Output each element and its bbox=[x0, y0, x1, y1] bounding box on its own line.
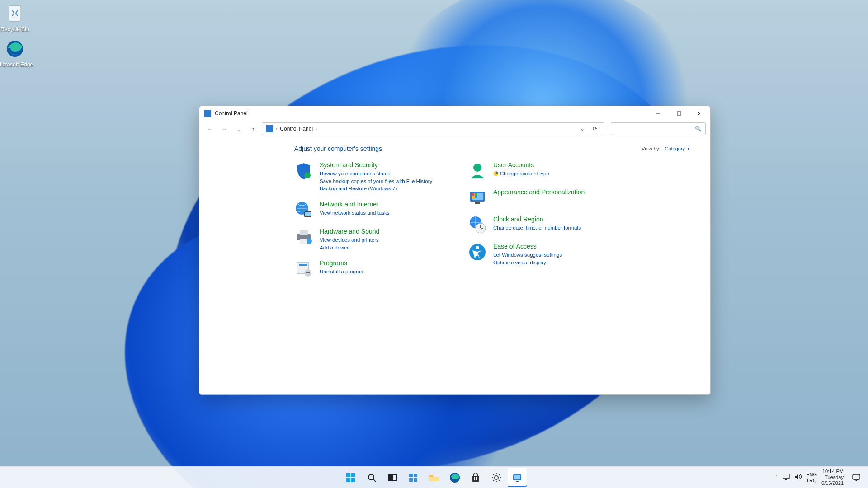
svg-point-36 bbox=[368, 474, 374, 480]
category-link[interactable]: Backup and Restore (Windows 7) bbox=[320, 185, 432, 192]
category-link[interactable]: View network status and tasks bbox=[320, 209, 389, 217]
svg-rect-46 bbox=[472, 476, 479, 482]
chevron-right-icon: › bbox=[316, 127, 317, 131]
category-link[interactable]: Change account type bbox=[493, 170, 549, 178]
svg-rect-42 bbox=[409, 478, 413, 482]
tray-overflow-button[interactable]: ˄ bbox=[775, 474, 778, 481]
close-button[interactable] bbox=[689, 106, 710, 121]
tray-language[interactable]: ENG TRQ bbox=[806, 472, 817, 483]
svg-rect-0 bbox=[9, 6, 21, 21]
category-title[interactable]: User Accounts bbox=[493, 161, 549, 169]
category-link[interactable]: Save backup copies of your files with Fi… bbox=[320, 178, 432, 185]
maximize-button[interactable] bbox=[669, 106, 689, 121]
category-link[interactable]: Review your computer's status bbox=[320, 170, 432, 178]
search-icon: 🔍 bbox=[695, 126, 702, 132]
nav-up-button[interactable]: ↑ bbox=[247, 123, 259, 135]
monitor-icon bbox=[468, 188, 487, 207]
refresh-button[interactable]: ⟳ bbox=[590, 123, 600, 134]
chevron-down-icon: ▼ bbox=[687, 147, 690, 151]
printer-icon bbox=[294, 228, 313, 247]
category-title[interactable]: Appearance and Personalization bbox=[493, 188, 585, 196]
category-title[interactable]: Clock and Region bbox=[493, 216, 581, 223]
category-title[interactable]: System and Security bbox=[320, 161, 432, 169]
view-by-dropdown[interactable]: Category ▼ bbox=[665, 146, 690, 151]
address-dropdown-button[interactable]: ⌄ bbox=[577, 123, 588, 134]
category-title[interactable]: Ease of Access bbox=[493, 243, 562, 250]
category-ease-of-access: Ease of Access Let Windows suggest setti… bbox=[468, 243, 604, 266]
recycle-bin-icon bbox=[4, 3, 26, 24]
nav-recent-dropdown[interactable]: ⌄ bbox=[233, 123, 245, 135]
uac-shield-icon bbox=[493, 171, 499, 176]
svg-rect-11 bbox=[300, 230, 308, 235]
svg-rect-63 bbox=[783, 474, 789, 479]
category-link[interactable]: Add a device bbox=[320, 244, 379, 252]
tray-clock[interactable]: 10:14 PM Tuesday 6/15/2021 bbox=[821, 469, 844, 487]
category-link[interactable]: Let Windows suggest settings bbox=[493, 251, 562, 259]
globe-icon bbox=[294, 201, 313, 220]
tray-network-icon[interactable] bbox=[783, 474, 790, 481]
svg-rect-23 bbox=[475, 193, 477, 196]
nav-row: ← → ⌄ ↑ › Control Panel › ⌄ ⟳ 🔍 bbox=[199, 121, 710, 137]
svg-line-57 bbox=[499, 480, 500, 481]
taskbar-settings-button[interactable] bbox=[487, 468, 506, 487]
category-link[interactable]: View devices and printers bbox=[320, 236, 379, 244]
minimize-button[interactable] bbox=[648, 106, 669, 121]
svg-rect-32 bbox=[346, 473, 350, 477]
category-link[interactable]: Uninstall a program bbox=[320, 268, 365, 276]
category-clock-region: Clock and Region Change date, time, or n… bbox=[468, 216, 604, 235]
nav-back-button[interactable]: ← bbox=[204, 123, 216, 135]
desktop-icon-edge[interactable]: Microsoft Edge bbox=[0, 38, 35, 68]
category-title[interactable]: Network and Internet bbox=[320, 201, 389, 208]
svg-line-37 bbox=[373, 479, 376, 482]
taskbar-edge-button[interactable] bbox=[445, 468, 464, 487]
user-icon bbox=[468, 161, 487, 180]
taskbar-taskview-button[interactable] bbox=[383, 468, 402, 487]
svg-point-18 bbox=[473, 164, 481, 172]
nav-forward-button[interactable]: → bbox=[218, 123, 230, 135]
tray-notifications-button[interactable] bbox=[848, 469, 864, 486]
taskbar-controlpanel-button[interactable] bbox=[508, 468, 527, 487]
address-bar[interactable]: › Control Panel › ⌄ ⟳ bbox=[262, 122, 604, 135]
breadcrumb[interactable]: Control Panel bbox=[280, 126, 313, 132]
svg-rect-25 bbox=[475, 196, 477, 198]
category-appearance: Appearance and Personalization bbox=[468, 188, 604, 207]
system-tray: ˄ ENG TRQ 10:14 PM Tuesday 6/15/2021 bbox=[775, 467, 868, 488]
desktop-icon-label: Recycle Bin bbox=[0, 26, 35, 33]
start-button[interactable] bbox=[341, 468, 360, 487]
search-box[interactable]: 🔍 bbox=[611, 122, 706, 135]
taskbar-search-button[interactable] bbox=[362, 468, 381, 487]
clock-globe-icon bbox=[468, 216, 487, 235]
taskbar-store-button[interactable] bbox=[466, 468, 485, 487]
svg-rect-50 bbox=[476, 479, 477, 480]
search-input[interactable] bbox=[615, 126, 695, 132]
shield-icon bbox=[294, 161, 313, 180]
svg-line-56 bbox=[493, 474, 494, 475]
taskbar-explorer-button[interactable] bbox=[425, 468, 443, 487]
category-title[interactable]: Hardware and Sound bbox=[320, 228, 379, 235]
svg-rect-61 bbox=[514, 475, 520, 479]
desktop-icon-label: Microsoft Edge bbox=[0, 61, 35, 68]
category-hardware-sound: Hardware and Sound View devices and prin… bbox=[294, 228, 448, 251]
svg-rect-24 bbox=[472, 196, 474, 198]
category-link[interactable]: Change date, time, or number formats bbox=[493, 224, 581, 232]
svg-line-59 bbox=[493, 480, 494, 481]
category-programs: Programs Uninstall a program bbox=[294, 259, 448, 278]
taskbar-widgets-button[interactable] bbox=[404, 468, 423, 487]
control-panel-window: Control Panel ← → ⌄ ↑ › Control Panel › … bbox=[199, 106, 711, 395]
desktop-icon-recycle-bin[interactable]: Recycle Bin bbox=[0, 3, 35, 33]
svg-rect-22 bbox=[472, 193, 474, 196]
svg-point-13 bbox=[307, 239, 312, 244]
svg-rect-17 bbox=[306, 272, 310, 273]
category-user-accounts: User Accounts Change account type bbox=[468, 161, 604, 180]
svg-rect-39 bbox=[393, 474, 396, 481]
svg-rect-40 bbox=[409, 474, 413, 477]
tray-volume-icon[interactable] bbox=[794, 474, 802, 481]
category-title[interactable]: Programs bbox=[320, 259, 365, 267]
svg-rect-3 bbox=[677, 112, 681, 115]
edge-icon bbox=[4, 38, 26, 60]
category-network-internet: Network and Internet View network status… bbox=[294, 201, 448, 220]
category-link[interactable]: Optimize visual display bbox=[493, 259, 562, 267]
svg-rect-33 bbox=[351, 473, 355, 477]
programs-icon bbox=[294, 259, 313, 278]
titlebar[interactable]: Control Panel bbox=[199, 106, 710, 121]
